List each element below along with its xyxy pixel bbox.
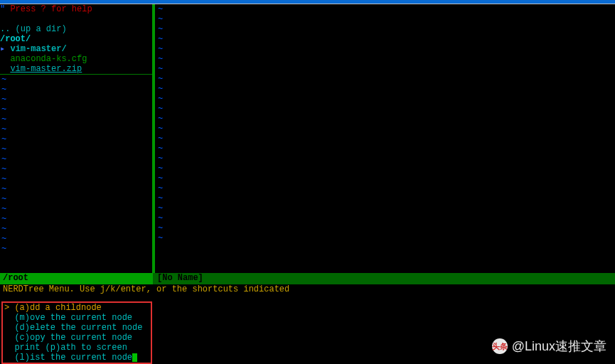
tilde-line: ~ bbox=[0, 184, 152, 194]
tilde-line: ~ bbox=[0, 85, 152, 95]
tilde-line: ~ bbox=[158, 94, 615, 104]
help-hint: " Press ? for help bbox=[0, 4, 152, 14]
editor-area: " Press ? for help .. (up a dir) /root/ … bbox=[0, 4, 615, 273]
tilde-line: ~ bbox=[158, 114, 615, 124]
tilde-line: ~ bbox=[158, 34, 615, 44]
tilde-line: ~ bbox=[158, 233, 615, 243]
tilde-line: ~ bbox=[158, 54, 615, 64]
tilde-line: ~ bbox=[158, 84, 615, 94]
tilde-line: ~ bbox=[0, 174, 152, 184]
tilde-line: ~ bbox=[0, 105, 152, 114]
tilde-line: ~ bbox=[158, 64, 615, 74]
watermark-logo-icon: 头条 bbox=[492, 338, 508, 354]
tilde-line: ~ bbox=[158, 193, 615, 203]
tilde-line: ~ bbox=[0, 194, 152, 204]
comment-quote: " bbox=[0, 4, 10, 14]
status-bar: /root [No Name] bbox=[0, 273, 615, 284]
blank-line bbox=[0, 14, 152, 24]
tilde-line: ~ bbox=[158, 24, 615, 34]
tree-dir-vim-master[interactable]: ▸ vim-master/ bbox=[0, 44, 152, 54]
tilde-line: ~ bbox=[0, 234, 152, 244]
tilde-line: ~ bbox=[0, 224, 152, 234]
buffer-pane[interactable]: ~~~~~~~~~~~~~~~~~~~~~~~~ bbox=[152, 4, 615, 273]
tilde-line: ~ bbox=[158, 213, 615, 223]
tilde-line: ~ bbox=[158, 154, 615, 164]
up-dir[interactable]: .. (up a dir) bbox=[0, 24, 152, 34]
tilde-line: ~ bbox=[0, 144, 152, 154]
tilde-line: ~ bbox=[0, 124, 152, 134]
watermark-text: @Linux速推文章 bbox=[512, 341, 606, 351]
tilde-line: ~ bbox=[158, 203, 615, 213]
tilde-line: ~ bbox=[158, 164, 615, 173]
nerdtree-menu-hint: NERDTree Menu. Use j/k/enter, or the sho… bbox=[0, 284, 615, 294]
tilde-line: ~ bbox=[158, 223, 615, 233]
tilde-line: ~ bbox=[158, 134, 615, 144]
tilde-line: ~ bbox=[158, 144, 615, 154]
tree-file[interactable]: anaconda-ks.cfg bbox=[0, 54, 152, 64]
highlight-box bbox=[1, 301, 152, 364]
nerdtree-pane[interactable]: " Press ? for help .. (up a dir) /root/ … bbox=[0, 4, 152, 273]
tilde-line: ~ bbox=[0, 154, 152, 164]
tilde-line: ~ bbox=[0, 204, 152, 214]
tilde-line: ~ bbox=[0, 164, 152, 174]
tilde-line: ~ bbox=[0, 214, 152, 224]
tilde-line: ~ bbox=[158, 74, 615, 84]
root-dir[interactable]: /root/ bbox=[0, 34, 152, 44]
tilde-line: ~ bbox=[0, 75, 152, 85]
tree-file[interactable]: vim-master.zip bbox=[0, 64, 152, 74]
tilde-line: ~ bbox=[158, 104, 615, 114]
status-left: /root bbox=[0, 273, 153, 284]
tilde-line: ~ bbox=[0, 95, 152, 105]
tilde-line: ~ bbox=[0, 134, 152, 144]
watermark: 头条 @Linux速推文章 bbox=[492, 338, 606, 354]
tilde-line: ~ bbox=[158, 4, 615, 14]
tilde-line: ~ bbox=[158, 44, 615, 54]
tilde-line: ~ bbox=[158, 183, 615, 193]
tilde-line: ~ bbox=[0, 114, 152, 124]
tilde-line: ~ bbox=[158, 173, 615, 183]
tilde-line: ~ bbox=[158, 14, 615, 24]
tilde-line: ~ bbox=[0, 244, 152, 254]
tilde-line: ~ bbox=[158, 124, 615, 134]
status-right: [No Name] bbox=[153, 273, 615, 284]
